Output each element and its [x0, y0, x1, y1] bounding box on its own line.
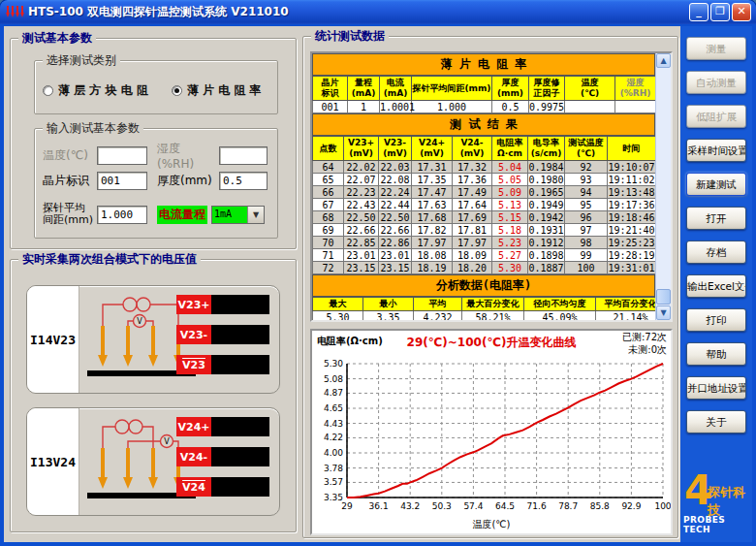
- table-row: 6822.5022.5017.6817.695.150.19429619:18:…: [313, 211, 656, 224]
- radio-icon: [43, 85, 53, 96]
- voltage-row: V23: [176, 355, 269, 374]
- auto-measure-button[interactable]: 自动测量: [686, 71, 746, 94]
- current-range-value: 1mA: [212, 207, 247, 223]
- lpt-address-settings-button[interactable]: 并口地址设置: [686, 376, 746, 400]
- svg-text:100: 100: [654, 501, 671, 511]
- cell: [565, 101, 615, 113]
- low-resistance-extend-button[interactable]: 低阻扩展: [686, 105, 746, 128]
- svg-text:4.87: 4.87: [324, 388, 343, 398]
- export-excel-button[interactable]: 输出Excel文件: [686, 274, 746, 298]
- cell: 68: [313, 211, 344, 224]
- input-params-group: 输入测试基本参数 温度(℃) 湿度(%RH) 晶片标识 厚度(mm) 探针平均: [34, 128, 278, 239]
- svg-text:5.30: 5.30: [324, 359, 343, 369]
- cell: 71: [313, 249, 344, 262]
- table-row: 7123.0123.0118.0818.095.270.18989919:28:…: [313, 249, 656, 262]
- thickness-input[interactable]: [219, 172, 268, 190]
- voltage-display: [211, 417, 269, 436]
- temperature-input[interactable]: [97, 146, 147, 165]
- about-button[interactable]: 关于: [686, 410, 746, 434]
- cell: 17.69: [453, 211, 492, 224]
- temperature-label: 温度(℃): [43, 147, 93, 164]
- scroll-thumb[interactable]: [656, 289, 671, 305]
- svg-text:57.4: 57.4: [463, 501, 483, 511]
- restore-button[interactable]: ❐: [710, 3, 730, 21]
- thickness-label: 厚度(mm): [157, 173, 215, 189]
- svg-text:43.2: 43.2: [400, 501, 420, 511]
- print-button[interactable]: 打印: [686, 308, 746, 332]
- logo-cn: 探针科技: [708, 484, 750, 519]
- measure-button[interactable]: 测量: [686, 37, 746, 60]
- svg-text:71.6: 71.6: [527, 501, 547, 511]
- sheet-table: 晶片 标识量程 (mA)电流 (mA)探针平均间距(mm)厚度 (mm)厚度修 …: [312, 76, 656, 113]
- test-params-group-title: 测试基本参数: [18, 31, 96, 45]
- scroll-down-button[interactable]: ▼: [656, 305, 671, 320]
- radio-sheet-resistivity[interactable]: 薄 片 电 阻 率: [172, 82, 262, 99]
- cell: 17.36: [453, 174, 492, 186]
- voltage-tag-mean: V24: [176, 477, 211, 497]
- probe-spacing-input[interactable]: [97, 206, 147, 224]
- category-group: 选择测试类别 薄 层 方 块 电 阻 薄 片 电 阻 率: [34, 60, 278, 114]
- table-row: 6522.0722.0817.3517.365.050.19809319:11:…: [313, 174, 656, 186]
- close-button[interactable]: ✕: [732, 3, 751, 21]
- svg-text:92.9: 92.9: [621, 501, 641, 511]
- voltage-display: [211, 477, 269, 497]
- cell: 69: [313, 224, 344, 237]
- probes-tech-logo: 4 探针科技 PROBES TECH: [682, 476, 750, 527]
- column-header: 最大百分变化: [462, 298, 524, 311]
- archive-button[interactable]: 存档: [686, 241, 746, 264]
- cell: 19:10:07: [608, 161, 656, 174]
- cell: 22.03: [379, 161, 412, 174]
- result-section: 测 试 结 果: [312, 113, 655, 136]
- voltage-panel-i13v24: I13V24 V: [26, 407, 280, 516]
- humidity-input[interactable]: [219, 146, 268, 165]
- voltage-display: [211, 295, 269, 314]
- svg-text:V: V: [164, 437, 170, 446]
- cell: 17.64: [453, 199, 492, 211]
- current-range-combo[interactable]: 1mA ▼: [211, 206, 265, 224]
- cell: 19:17:36: [608, 199, 656, 211]
- voltage-row: V24-: [176, 447, 269, 466]
- vertical-scrollbar[interactable]: ▲ ▼: [655, 53, 671, 320]
- cell: 65: [313, 174, 344, 186]
- sheet-resistivity-table: 薄 片 电 阻 率: [312, 53, 655, 76]
- sheet-section-header: 薄 片 电 阻 率: [313, 54, 655, 76]
- cell: 0.1898: [528, 249, 565, 262]
- cell: 4.232: [414, 311, 462, 323]
- cell: 22.08: [379, 174, 412, 186]
- radio-thin-film-square-resistance[interactable]: 薄 层 方 块 电 阻: [43, 82, 148, 99]
- cell: 17.68: [412, 211, 453, 224]
- window-title: HTS-100 双电测四探针温控测试系统 V211010: [28, 4, 689, 20]
- column-header: 电导率 (s/cm): [528, 137, 565, 161]
- scroll-up-button[interactable]: ▲: [656, 53, 671, 68]
- chart-xlabel: 温度(℃): [312, 518, 671, 531]
- cell: 5.30: [313, 311, 363, 323]
- cell: 0.1949: [528, 199, 565, 211]
- resistivity-chart: 5.305.084.874.654.434.224.003.783.573.35…: [314, 358, 671, 521]
- voltage-tag: V23-: [176, 325, 211, 344]
- column-header: 厚度修 正因子: [529, 77, 565, 101]
- cell: 64: [313, 161, 344, 174]
- sampling-time-settings-button[interactable]: 采样时间设置: [686, 139, 746, 162]
- column-header: 湿度 (%RH): [615, 77, 656, 101]
- cell: 0.1887: [528, 262, 565, 274]
- cell: 23.15: [379, 262, 412, 274]
- cell: 18.19: [412, 262, 453, 274]
- cell: 5.09: [492, 186, 528, 199]
- cell: 17.63: [412, 199, 453, 211]
- minimize-button[interactable]: _: [689, 3, 709, 21]
- cell: 0.1984: [528, 161, 565, 174]
- cell: 18.20: [453, 262, 492, 274]
- cell: 0.1912: [528, 237, 565, 249]
- help-button[interactable]: 帮助: [686, 342, 746, 366]
- svg-text:85.8: 85.8: [590, 501, 610, 511]
- cell: 0.1965: [528, 186, 565, 199]
- new-test-button[interactable]: 新建测试: [686, 173, 746, 196]
- chevron-down-icon[interactable]: ▼: [247, 207, 264, 223]
- titlebar: HTS-100 双电测四探针温控测试系统 V211010 _ ❐ ✕: [0, 0, 756, 24]
- open-button[interactable]: 打开: [686, 207, 746, 230]
- table-scroll-area[interactable]: 薄 片 电 阻 率 晶片 标识量程 (mA)电流 (mA)探针平均间距(mm)厚…: [310, 51, 673, 322]
- column-header: 电流 (mA): [380, 77, 412, 101]
- wafer-id-input[interactable]: [97, 172, 147, 190]
- svg-text:4.00: 4.00: [324, 448, 343, 458]
- table-row: 7223.1523.1518.1918.205.300.188710019:31…: [313, 262, 656, 274]
